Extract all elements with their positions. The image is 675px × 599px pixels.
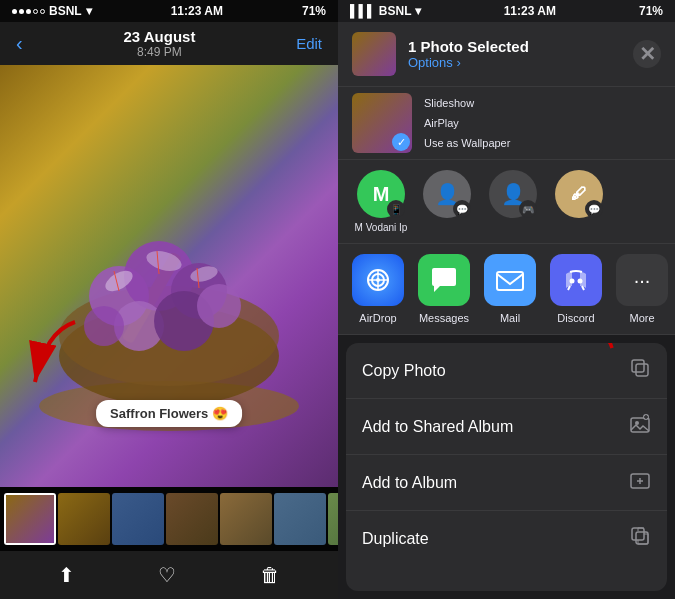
share-options-link[interactable]: Options › [408, 55, 633, 70]
mail-label: Mail [500, 312, 520, 324]
time-right: 11:23 AM [504, 4, 556, 18]
strip-thumb-5[interactable] [220, 493, 272, 545]
copy-photo-label: Copy Photo [362, 362, 446, 380]
signal-dot-4 [33, 9, 38, 14]
svg-point-22 [570, 279, 575, 284]
signal-dot-3 [26, 9, 31, 14]
close-share-button[interactable]: ✕ [633, 40, 661, 68]
duplicate-label: Duplicate [362, 530, 429, 548]
airdrop-icon [352, 254, 404, 306]
signal-dot-1 [12, 9, 17, 14]
duplicate-icon-svg [629, 525, 651, 547]
share-title: 1 Photo Selected [408, 38, 633, 55]
wifi-icon: ▾ [86, 4, 92, 18]
carrier-info: BSNL ▾ [12, 4, 92, 18]
svg-rect-24 [636, 364, 648, 376]
strip-thumb-2[interactable] [58, 493, 110, 545]
shared-album-icon-svg [629, 413, 651, 435]
signal-dot-5 [40, 9, 45, 14]
slideshow-option[interactable]: Slideshow [420, 95, 661, 111]
svg-point-9 [197, 284, 241, 328]
time-display: 11:23 AM [171, 4, 223, 18]
strip-thumb-1[interactable] [4, 493, 56, 545]
more-label: More [629, 312, 654, 324]
app-item-mail[interactable]: Mail [484, 254, 536, 324]
app-item-more[interactable]: ··· More [616, 254, 668, 324]
strip-thumb-7[interactable] [328, 493, 338, 545]
add-album-icon [629, 469, 651, 496]
copy-icon-svg [629, 357, 651, 379]
contact-avatar-1: M 📱 [357, 170, 405, 218]
contact-item-4[interactable]: 🖋 💬 [550, 170, 608, 222]
copy-photo-icon [629, 357, 651, 384]
app-item-airdrop[interactable]: AirDrop [352, 254, 404, 324]
discord-svg [560, 264, 592, 296]
duplicate-icon [629, 525, 651, 552]
messages-label: Messages [419, 312, 469, 324]
photo-check-icon: ✓ [392, 133, 410, 151]
wallpaper-option[interactable]: Use as Wallpaper [420, 135, 661, 151]
contact-badge-2: 💬 [453, 200, 471, 218]
strip-thumb-3[interactable] [112, 493, 164, 545]
add-shared-album-action[interactable]: Add to Shared Album [346, 399, 667, 455]
selected-photo-thumb[interactable]: ✓ [352, 93, 412, 153]
carrier-name: BSNL [49, 4, 82, 18]
wifi-icon-right: ▾ [415, 4, 421, 18]
action-list: Copy Photo Add to Shared Album [346, 343, 667, 591]
back-button[interactable]: ‹ [16, 32, 23, 55]
photo-background: Saffron Flowers 😍 [0, 65, 338, 487]
contact-name-1: M Vodani Ip [352, 222, 410, 233]
thumbnail-row: ✓ Slideshow AirPlay Use as Wallpaper [338, 87, 675, 160]
strip-thumb-6[interactable] [274, 493, 326, 545]
mail-svg [494, 264, 526, 296]
strip-thumb-4[interactable] [166, 493, 218, 545]
airplay-option[interactable]: AirPlay [420, 115, 661, 131]
share-photo-thumb [352, 32, 396, 76]
delete-button[interactable]: 🗑 [252, 560, 288, 591]
copy-photo-action[interactable]: Copy Photo [346, 343, 667, 399]
contact-item-1[interactable]: M 📱 M Vodani Ip [352, 170, 410, 233]
contact-badge-4: 💬 [585, 200, 603, 218]
add-album-action[interactable]: Add to Album [346, 455, 667, 511]
mini-options-list: Slideshow AirPlay Use as Wallpaper [420, 95, 661, 151]
signal-dot-2 [19, 9, 24, 14]
app-item-messages[interactable]: Messages [418, 254, 470, 324]
favorite-button[interactable]: ♡ [150, 559, 184, 591]
add-shared-album-icon [629, 413, 651, 440]
add-album-label: Add to Album [362, 474, 457, 492]
photo-date: 23 August [123, 28, 195, 45]
signal-icon: ▌▌▌ [350, 4, 376, 18]
signal-bars [12, 9, 45, 14]
contacts-strip: M 📱 M Vodani Ip 👤 💬 👤 🎮 🖋 💬 [338, 160, 675, 244]
copy-arrow-annotation [552, 343, 632, 358]
more-icon: ··· [616, 254, 668, 306]
svg-point-23 [578, 279, 583, 284]
contact-badge-1: 📱 [387, 200, 405, 218]
left-panel: BSNL ▾ 11:23 AM 71% ‹ 23 August 8:49 PM … [0, 0, 338, 599]
contact-badge-3: 🎮 [519, 200, 537, 218]
add-shared-album-label: Add to Shared Album [362, 418, 513, 436]
status-bar-right: ▌▌▌ BSNL ▾ 11:23 AM 71% [338, 0, 675, 22]
photo-time: 8:49 PM [123, 45, 195, 59]
share-button[interactable]: ⬆ [50, 559, 83, 591]
right-panel: ▌▌▌ BSNL ▾ 11:23 AM 71% 1 Photo Selected… [338, 0, 675, 599]
messages-svg [428, 264, 460, 296]
battery-display: 71% [302, 4, 326, 18]
share-header: 1 Photo Selected Options › ✕ [338, 22, 675, 87]
contact-avatar-2: 👤 💬 [423, 170, 471, 218]
svg-rect-25 [632, 360, 644, 372]
carrier-name-right: BSNL [379, 4, 411, 18]
contact-item-2[interactable]: 👤 💬 [418, 170, 476, 222]
nav-center: 23 August 8:49 PM [123, 28, 195, 59]
red-arrow-annotation [15, 312, 105, 402]
contact-item-3[interactable]: 👤 🎮 [484, 170, 542, 222]
app-item-discord[interactable]: Discord [550, 254, 602, 324]
discord-icon [550, 254, 602, 306]
edit-button[interactable]: Edit [296, 35, 322, 52]
messages-icon [418, 254, 470, 306]
contact-avatar-4: 🖋 💬 [555, 170, 603, 218]
photo-strip[interactable] [0, 487, 338, 551]
duplicate-action[interactable]: Duplicate [346, 511, 667, 566]
status-bar-left: BSNL ▾ 11:23 AM 71% [0, 0, 338, 22]
photo-toolbar: ⬆ ♡ 🗑 [0, 551, 338, 599]
